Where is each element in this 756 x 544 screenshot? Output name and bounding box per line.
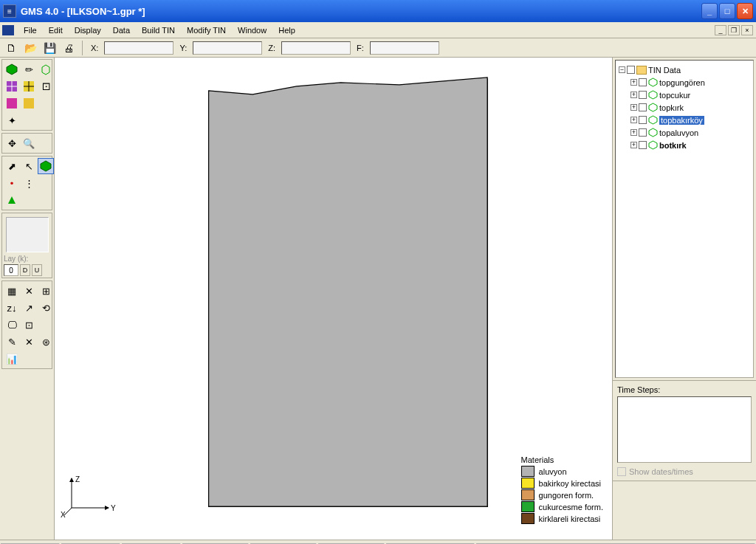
legend-swatch (521, 478, 535, 489)
grid-magenta-icon[interactable] (4, 95, 20, 111)
select-hex-icon[interactable] (38, 158, 54, 174)
svg-marker-15 (649, 91, 657, 99)
doc-icon (2, 25, 14, 35)
tree-item-label: topkırk (659, 103, 684, 112)
menu-modify-tin[interactable]: Modify TIN (181, 24, 232, 37)
move-icon[interactable]: ✥ (4, 135, 20, 151)
svg-marker-17 (649, 116, 657, 124)
tool-a3-icon[interactable]: ⊞ (38, 283, 54, 299)
tree-item[interactable]: + botkırk (619, 139, 750, 151)
menu-help[interactable]: Help (272, 24, 301, 37)
svg-marker-16 (649, 103, 657, 111)
menu-edit[interactable]: Edit (43, 24, 69, 37)
hexagon-icon[interactable] (4, 61, 20, 78)
tree-item[interactable]: + topaluvyon (619, 126, 750, 139)
tool-d2-icon[interactable]: ✕ (21, 334, 37, 350)
tool-c2-icon[interactable]: ⊡ (21, 317, 37, 333)
tree-checkbox[interactable] (639, 91, 647, 99)
layer-down-button[interactable]: D (20, 264, 30, 276)
chart-icon[interactable]: 📊 (4, 351, 20, 367)
svg-rect-5 (24, 98, 34, 109)
collapse-icon[interactable]: − (619, 66, 625, 73)
tree-item[interactable]: + topkırk (619, 101, 750, 114)
tree-checkbox[interactable] (639, 78, 647, 86)
hexagon-icon (648, 115, 658, 125)
tool-b1-icon[interactable]: z↓ (4, 300, 20, 316)
x-input[interactable] (104, 41, 173, 55)
tree-root[interactable]: − TIN Data (619, 63, 750, 76)
legend-title: Materials (521, 455, 603, 464)
f-input[interactable] (370, 41, 439, 55)
right-bottom-panel (613, 481, 756, 540)
grid-yellow-icon[interactable] (21, 78, 37, 94)
legend-label: gungoren form. (539, 491, 594, 500)
expand-icon[interactable]: + (630, 92, 637, 98)
minimize-button[interactable]: _ (701, 3, 718, 19)
node-dots-icon[interactable]: ⋮ (21, 175, 37, 191)
legend-label: kirklareli kirectasi (539, 514, 601, 523)
legend-swatch (521, 466, 535, 477)
tree-root-checkbox[interactable] (627, 66, 635, 74)
tool-a1-icon[interactable]: ▦ (4, 283, 20, 299)
maximize-button[interactable]: □ (719, 3, 735, 19)
dice-icon[interactable]: ⚀ (38, 78, 54, 94)
tree-checkbox[interactable] (639, 141, 647, 149)
select-arrow-icon[interactable]: ↖ (21, 158, 37, 174)
node-red-icon[interactable]: • (4, 175, 20, 191)
new-file-icon[interactable]: 🗋 (3, 40, 19, 56)
tool-a2-icon[interactable]: ✕ (21, 283, 37, 299)
hexagon-icon (648, 103, 658, 112)
tree-checkbox[interactable] (639, 116, 647, 124)
compass-icon[interactable]: ✦ (4, 112, 20, 128)
expand-icon[interactable]: + (630, 117, 637, 123)
mdi-minimize-button[interactable]: _ (715, 25, 726, 35)
tree-item[interactable]: + topgungören (619, 76, 750, 89)
expand-icon[interactable]: + (630, 129, 637, 136)
tree-item[interactable]: + topcukur (619, 89, 750, 101)
menu-build-tin[interactable]: Build TIN (136, 24, 181, 37)
folder-icon (636, 66, 647, 75)
expand-icon[interactable]: + (630, 142, 637, 148)
tool-d3-icon[interactable]: ⊛ (38, 334, 54, 350)
legend-row: gungoren form. (521, 489, 603, 500)
tree-item[interactable]: + topbakırköy (619, 114, 750, 126)
z-input[interactable] (281, 41, 351, 55)
tree-checkbox[interactable] (639, 103, 647, 111)
tool-b2-icon[interactable]: ↗ (21, 300, 37, 316)
legend-label: bakirkoy kirectasi (539, 479, 601, 488)
tool-c1-icon[interactable]: 🖵 (4, 317, 20, 333)
open-file-icon[interactable]: 📂 (22, 40, 38, 56)
cube-icon[interactable] (38, 61, 54, 78)
menu-window[interactable]: Window (232, 24, 272, 37)
block-icon[interactable] (21, 95, 37, 111)
zoom-icon[interactable]: 🔍 (21, 135, 37, 151)
tin-data-tree[interactable]: − TIN Data + topgungören+ topcukur+ topk… (615, 60, 754, 378)
pencil-icon[interactable]: ✏ (21, 61, 37, 78)
time-steps-listbox[interactable] (617, 396, 752, 463)
print-icon[interactable]: 🖨 (61, 40, 77, 56)
x-label: X: (88, 44, 101, 52)
close-button[interactable]: ✕ (737, 3, 753, 19)
layer-input[interactable] (4, 264, 18, 276)
layer-up-button[interactable]: U (32, 264, 42, 276)
expand-icon[interactable]: + (630, 104, 637, 111)
tool-b3-icon[interactable]: ⟲ (38, 300, 54, 316)
mdi-restore-button[interactable]: ❐ (728, 25, 740, 35)
y-input[interactable] (193, 41, 262, 55)
menu-data[interactable]: Data (107, 24, 136, 37)
menu-display[interactable]: Display (69, 24, 107, 37)
tree-root-label: TIN Data (648, 66, 681, 75)
show-dates-label: Show dates/times (629, 467, 693, 476)
tool-d1-icon[interactable]: ✎ (4, 334, 20, 350)
grid-purple-icon[interactable] (4, 78, 20, 94)
svg-text:Z: Z (75, 475, 80, 483)
triangle-tool-icon[interactable] (4, 192, 20, 208)
select-point-icon[interactable]: ⬈ (4, 158, 20, 174)
svg-marker-7 (8, 196, 16, 204)
mdi-close-button[interactable]: × (741, 25, 753, 35)
expand-icon[interactable]: + (630, 79, 637, 86)
menu-file[interactable]: File (18, 24, 43, 37)
save-file-icon[interactable]: 💾 (41, 40, 58, 56)
tree-checkbox[interactable] (639, 128, 647, 137)
viewport-canvas[interactable]: Z Y X Materials aluvyonbakirkoy kirectas… (55, 58, 613, 540)
